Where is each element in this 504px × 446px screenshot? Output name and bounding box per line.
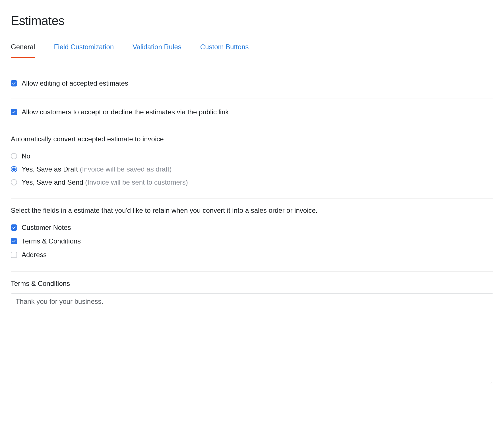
label-allow-edit-accepted: Allow editing of accepted estimates bbox=[22, 78, 128, 88]
checkbox-allow-customer-accept[interactable] bbox=[11, 109, 17, 115]
page-title: Estimates bbox=[11, 11, 493, 30]
label-terms-conditions: Terms & Conditions bbox=[11, 278, 493, 289]
tabs: General Field Customization Validation R… bbox=[11, 42, 493, 58]
label-allow-customer-accept-text: Allow customers to accept or decline the… bbox=[22, 108, 177, 116]
tab-field-customization[interactable]: Field Customization bbox=[54, 42, 114, 58]
label-retain-address: Address bbox=[22, 250, 47, 260]
heading-auto-convert: Automatically convert accepted estimate … bbox=[11, 134, 493, 144]
radio-auto-convert-save-send[interactable] bbox=[11, 179, 17, 185]
link-public-link[interactable]: via the public link bbox=[177, 108, 229, 116]
hint-auto-convert-save-draft: (Invoice will be saved as draft) bbox=[80, 165, 172, 173]
textarea-terms-conditions[interactable] bbox=[11, 293, 493, 384]
label-retain-terms-conditions: Terms & Conditions bbox=[22, 236, 81, 246]
section-allow-customer-accept: Allow customers to accept or decline the… bbox=[11, 98, 493, 127]
tab-general[interactable]: General bbox=[11, 42, 35, 58]
label-auto-convert-no: No bbox=[22, 151, 30, 161]
label-auto-convert-save-send: Yes, Save and Send (Invoice will be sent… bbox=[22, 177, 188, 187]
label-auto-convert-save-draft-text: Yes, Save as Draft bbox=[22, 165, 80, 173]
tab-validation-rules[interactable]: Validation Rules bbox=[133, 42, 181, 58]
tab-custom-buttons[interactable]: Custom Buttons bbox=[200, 42, 249, 58]
heading-retain-fields: Select the fields in a estimate that you… bbox=[11, 205, 493, 216]
checkbox-retain-customer-notes[interactable] bbox=[11, 224, 17, 231]
section-auto-convert: Automatically convert accepted estimate … bbox=[11, 127, 493, 199]
checkbox-allow-edit-accepted[interactable] bbox=[11, 80, 17, 86]
label-auto-convert-save-send-text: Yes, Save and Send bbox=[22, 178, 85, 186]
label-retain-customer-notes: Customer Notes bbox=[22, 222, 71, 233]
checkbox-retain-terms-conditions[interactable] bbox=[11, 238, 17, 244]
section-retain-fields: Select the fields in a estimate that you… bbox=[11, 199, 493, 272]
checkbox-retain-address[interactable] bbox=[11, 252, 17, 258]
radio-auto-convert-no[interactable] bbox=[11, 153, 17, 159]
section-terms-conditions: Terms & Conditions bbox=[11, 272, 493, 395]
radio-auto-convert-save-draft[interactable] bbox=[11, 166, 17, 172]
hint-auto-convert-save-send: (Invoice will be sent to customers) bbox=[85, 178, 188, 186]
label-allow-customer-accept: Allow customers to accept or decline the… bbox=[22, 107, 229, 117]
section-allow-edit: Allow editing of accepted estimates bbox=[11, 70, 493, 98]
label-auto-convert-save-draft: Yes, Save as Draft (Invoice will be save… bbox=[22, 164, 172, 174]
